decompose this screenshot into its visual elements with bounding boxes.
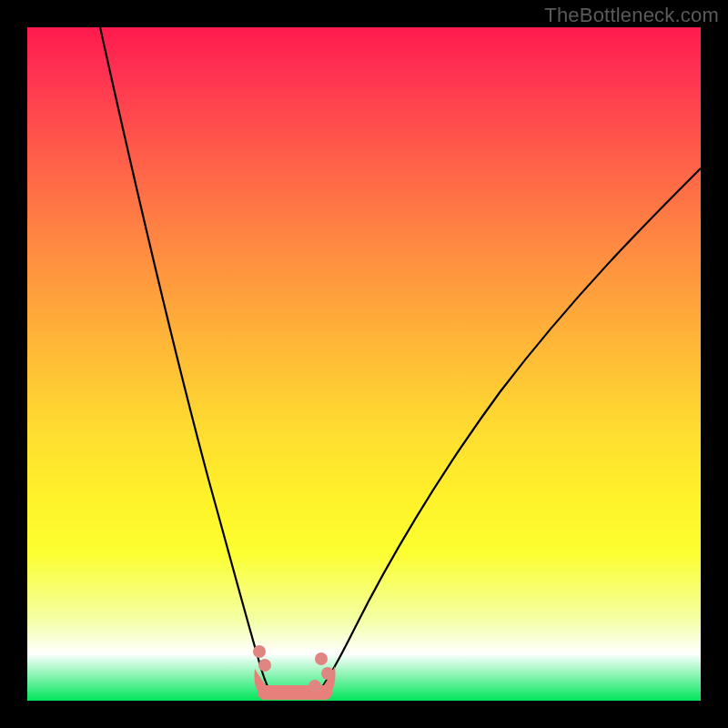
marker-dot [315,652,328,665]
marker-dot [321,667,334,680]
attribution-label: TheBottleneck.com [544,4,719,27]
marker-dot [258,659,271,672]
curves-group [100,27,701,694]
chart-frame: TheBottleneck.com [0,0,728,728]
marker-dot [253,645,266,658]
left-curve [100,27,272,694]
right-curve [317,168,701,694]
marker-dot [308,680,321,693]
chart-overlay [27,27,701,701]
